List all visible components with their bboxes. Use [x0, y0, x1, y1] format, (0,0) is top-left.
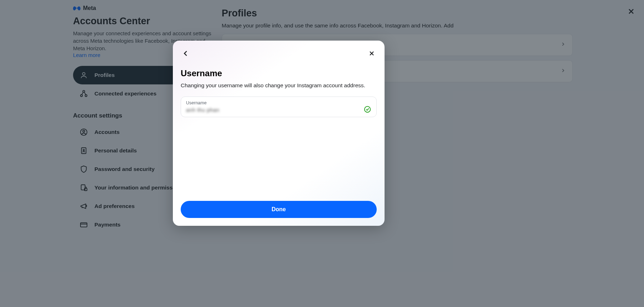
username-input-container[interactable]: Username anh thu phan	[181, 97, 377, 117]
close-icon	[368, 50, 375, 57]
back-button[interactable]	[181, 48, 191, 58]
modal-description: Changing your username will also change …	[181, 82, 377, 89]
username-modal: Username Changing your username will als…	[173, 41, 385, 226]
modal-title: Username	[181, 68, 377, 78]
username-input-label: Username	[186, 100, 371, 105]
svg-point-11	[365, 106, 371, 113]
username-input[interactable]: anh thu phan	[186, 107, 220, 113]
done-button[interactable]: Done	[181, 201, 377, 218]
close-button[interactable]	[367, 48, 377, 58]
chevron-left-icon	[182, 50, 190, 57]
check-circle-icon	[364, 105, 371, 113]
